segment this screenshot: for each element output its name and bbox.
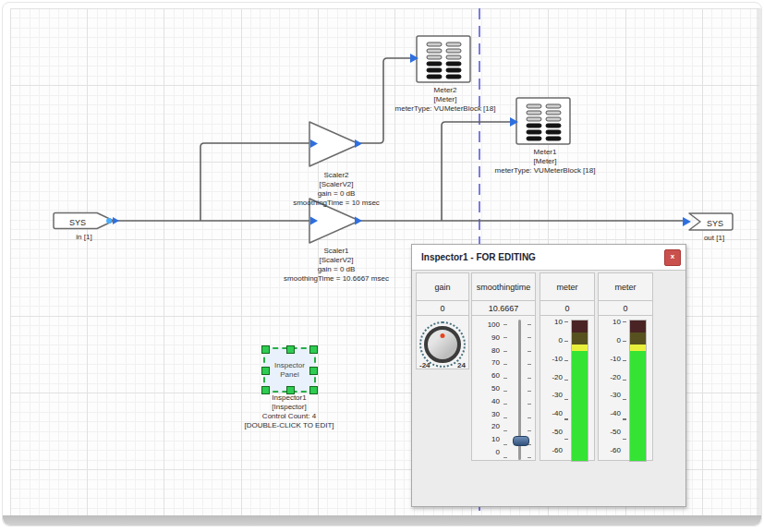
selection-handle[interactable] bbox=[309, 367, 318, 375]
meter-b-ticks bbox=[623, 321, 626, 456]
scale-label: -20 bbox=[600, 373, 621, 381]
gain-knob[interactable] bbox=[424, 326, 461, 363]
scaler2-label: Scaler2 [ScalerV2] gain = 0 dB smoothing… bbox=[293, 171, 380, 208]
meter-segment-over bbox=[630, 320, 646, 332]
smoothingtime-fader-area: 1009080706050403020100 bbox=[472, 316, 535, 462]
smoothingtime-panel: smoothingtime 10.6667 100908070605040302… bbox=[471, 272, 536, 461]
sys-in-block[interactable] bbox=[54, 213, 119, 229]
scaler1-smoothing: smoothingTime = 10.6667 msec bbox=[284, 274, 389, 284]
fader-scale: 1009080706050403020100 bbox=[476, 320, 500, 456]
selection-handle[interactable] bbox=[309, 345, 318, 354]
meter-a-value: 0 bbox=[540, 301, 594, 316]
meter1-label: Meter1 [Meter] meterType: VUMeterBlock [… bbox=[495, 148, 596, 175]
knob-max-label: 24 bbox=[457, 361, 466, 369]
meter-segment-hot bbox=[572, 332, 588, 345]
fader-handle[interactable] bbox=[513, 436, 529, 446]
gain-knob-area: -24 24 bbox=[417, 316, 468, 370]
meter-segment-warn bbox=[572, 345, 588, 351]
sys-in-label: SYS bbox=[69, 218, 86, 227]
scaler1-label: Scaler1 [ScalerV2] gain = 0 dB smoothing… bbox=[284, 247, 389, 284]
scale-label: -50 bbox=[600, 428, 621, 436]
meter-segment-signal bbox=[630, 351, 646, 461]
selection-handle[interactable] bbox=[261, 367, 270, 375]
meter-a-bar bbox=[571, 320, 588, 462]
scale-label: 10 bbox=[600, 318, 621, 326]
scale-label: 80 bbox=[476, 346, 500, 355]
meter1-type: [Meter] bbox=[495, 157, 596, 166]
knob-indicator-dot bbox=[441, 333, 445, 338]
frame-bottom-shadow bbox=[3, 515, 761, 526]
meter-b-display: 100-10-20-30-40-50-60 bbox=[599, 316, 652, 462]
inspector-block-type: [Inspector] bbox=[244, 403, 333, 412]
meter2-name: Meter2 bbox=[395, 86, 496, 95]
meter-b-scale: 100-10-20-30-40-50-60 bbox=[600, 318, 621, 454]
scale-label: -20 bbox=[542, 373, 563, 381]
scaler1-output-port-arrow-icon bbox=[355, 217, 362, 225]
meter-b-value: 0 bbox=[599, 301, 652, 316]
meter1-name: Meter1 bbox=[495, 148, 596, 157]
inspector-block-edit-hint: [DOUBLE-CLICK TO EDIT] bbox=[244, 421, 333, 430]
scaler2-name: Scaler2 bbox=[293, 171, 380, 180]
close-button[interactable]: x bbox=[664, 249, 681, 266]
knob-min-label: -24 bbox=[419, 361, 431, 369]
sys-out-label: SYS bbox=[707, 219, 723, 228]
meter-segment-signal bbox=[572, 351, 588, 461]
gain-header: gain bbox=[417, 273, 468, 301]
smoothingtime-value[interactable]: 10.6667 bbox=[472, 301, 535, 316]
inspector-panel-block-label: Inspector Panel bbox=[270, 361, 310, 380]
meter1-block[interactable] bbox=[510, 98, 570, 144]
scale-label: 0 bbox=[476, 448, 500, 456]
inspector-titlebar[interactable]: Inspector1 - FOR EDITING x bbox=[412, 245, 685, 271]
meter2-metertype: meterType: VUMeterBlock [18] bbox=[395, 104, 496, 114]
gain-value[interactable]: 0 bbox=[417, 301, 468, 316]
scale-label: 40 bbox=[476, 397, 500, 405]
sys-out-input-port-arrow-icon bbox=[683, 217, 691, 226]
scaler2-gain: gain = 0 dB bbox=[293, 189, 380, 199]
scaler2-block[interactable] bbox=[309, 122, 362, 166]
sys-in-port-arrow-icon bbox=[113, 217, 119, 224]
meter-segment-hot bbox=[630, 332, 646, 345]
gain-panel: gain 0 -24 24 bbox=[416, 272, 469, 369]
scale-label: 90 bbox=[476, 333, 500, 342]
scaler2-smoothing: smoothingTime = 10 msec bbox=[293, 199, 380, 208]
scale-label: 10 bbox=[476, 435, 500, 443]
scale-label: -60 bbox=[600, 446, 621, 454]
scaler1-type: [ScalerV2] bbox=[284, 256, 389, 265]
scale-label: 20 bbox=[476, 422, 500, 430]
scale-label: -50 bbox=[542, 428, 563, 436]
inspector-block-label: Inspector1 [Inspector] Control Count: 4 … bbox=[244, 393, 333, 430]
scaler2-output-port-arrow-icon bbox=[355, 139, 362, 148]
inspector-title: Inspector1 - FOR EDITING bbox=[421, 252, 536, 262]
meter-b-panel: meter 0 100-10-20-30-40-50-60 bbox=[598, 272, 653, 461]
meter-a-header: meter bbox=[540, 273, 594, 301]
sys-in-output-port[interactable] bbox=[106, 218, 112, 224]
meter2-label: Meter2 [Meter] meterType: VUMeterBlock [… bbox=[395, 86, 496, 114]
meter-segment-over bbox=[572, 320, 588, 332]
scale-label: -60 bbox=[542, 446, 563, 454]
selection-handle[interactable] bbox=[286, 345, 295, 354]
inspector-window[interactable]: Inspector1 - FOR EDITING x gain 0 -24 24… bbox=[411, 244, 686, 507]
scale-label: 10 bbox=[542, 318, 563, 326]
scale-label: 30 bbox=[476, 410, 500, 418]
scale-label: -30 bbox=[600, 391, 621, 399]
scaler1-name: Scaler1 bbox=[284, 247, 389, 256]
scaler2-type: [ScalerV2] bbox=[293, 180, 380, 189]
meter-segment-warn bbox=[630, 345, 646, 351]
scale-label: 0 bbox=[542, 336, 563, 345]
meter-b-bar bbox=[629, 320, 647, 462]
inspector-block-control-count: Control Count: 4 bbox=[244, 412, 333, 421]
signal-wires[interactable] bbox=[113, 58, 687, 221]
sys-in-sublabel: in [1] bbox=[76, 233, 91, 242]
inspector-panel-block[interactable]: Inspector Panel bbox=[263, 347, 316, 393]
meter2-block[interactable] bbox=[410, 36, 470, 82]
meter-a-scale: 100-10-20-30-40-50-60 bbox=[542, 318, 563, 454]
sys-out-sublabel: out [1] bbox=[704, 234, 724, 243]
fader-left-ticks bbox=[503, 324, 507, 458]
scale-label: -30 bbox=[542, 391, 563, 399]
screenshot-frame: SYS in [1] SYS out [1] Scaler2 [ScalerV2… bbox=[2, 2, 762, 526]
selection-handle[interactable] bbox=[261, 345, 270, 354]
smoothingtime-header: smoothingtime bbox=[472, 273, 535, 301]
scale-label: -10 bbox=[542, 355, 563, 363]
scale-label: -10 bbox=[600, 355, 621, 363]
scaler1-gain: gain = 0 dB bbox=[284, 265, 389, 274]
